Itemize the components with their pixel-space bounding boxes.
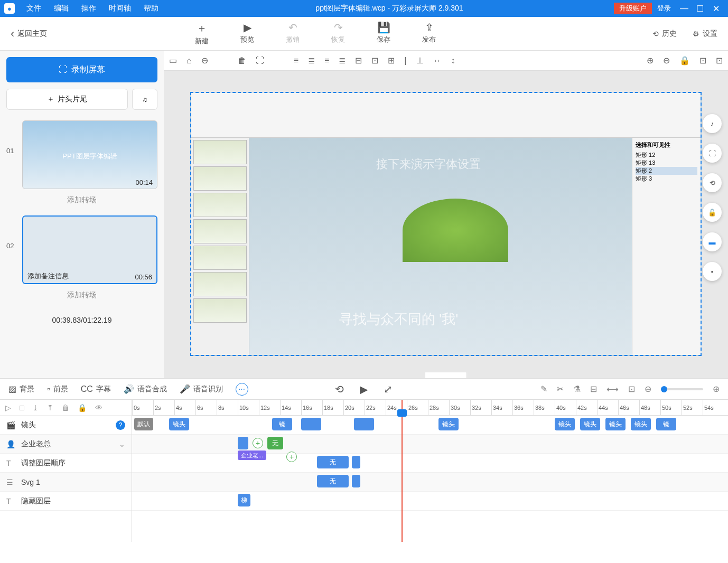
record-screen-button[interactable]: 录制屏幕 — [6, 57, 157, 82]
filter-icon[interactable]: ⚗ — [573, 384, 581, 394]
float-refresh-icon[interactable]: ⟲ — [703, 173, 722, 192]
menu-timeline[interactable]: 时间轴 — [102, 4, 137, 13]
tt-icon[interactable]: 👁 — [95, 404, 102, 412]
ct-align-icon[interactable]: ⊡ — [371, 55, 378, 65]
add-transition-1[interactable]: 添加转场 — [6, 195, 157, 205]
clip-shot[interactable]: 镜头 — [631, 418, 651, 430]
back-button[interactable]: 返回主页 — [11, 27, 47, 41]
scene-item-2[interactable]: 02 添加备注信息 00:56 — [6, 215, 157, 284]
clip-shot[interactable]: 镜头 — [605, 418, 626, 430]
ct-align-icon[interactable]: ⊥ — [416, 55, 424, 65]
preview-button[interactable]: ▶预览 — [240, 21, 254, 46]
zoom-in-icon[interactable]: ⊕ — [713, 384, 720, 394]
ct-zoomout-icon[interactable]: ⊖ — [663, 55, 670, 65]
clip-shot[interactable]: 镜头 — [555, 418, 575, 430]
clip-none[interactable]: 无 — [317, 475, 349, 487]
stretch-icon[interactable]: ⟷ — [606, 384, 619, 394]
help-icon[interactable]: ? — [116, 420, 125, 430]
tt-icon[interactable]: 🗑 — [62, 404, 69, 412]
settings-button[interactable]: ⚙设置 — [693, 29, 717, 39]
track-line-hide[interactable]: 梯 — [132, 492, 728, 511]
scene-thumbnail[interactable]: PPT图层字体编辑 00:14 — [22, 120, 157, 189]
edit-icon[interactable]: ✎ — [540, 384, 547, 394]
tab-background[interactable]: ▨背景 — [8, 384, 34, 394]
tt-icon[interactable]: 🔒 — [78, 404, 87, 412]
clip-shot[interactable]: 镜头 — [438, 418, 459, 430]
selection-item[interactable]: 矩形 2 — [636, 167, 697, 175]
selection-item[interactable]: 矩形 12 — [636, 151, 697, 159]
float-focus-icon[interactable]: ⛶ — [703, 144, 722, 163]
clip[interactable] — [352, 456, 360, 468]
upgrade-button[interactable]: 升级账户 — [614, 3, 652, 14]
menu-action[interactable]: 操作 — [75, 4, 102, 13]
canvas-content[interactable]: 接下来演示字体设置 寻找与众不同的 '我' 选择和可见性 矩形 12 矩形 13… — [190, 92, 702, 356]
ct-dist-icon[interactable]: ↔ — [433, 56, 442, 65]
new-button[interactable]: ＋新建 — [195, 21, 209, 46]
clip-none[interactable]: 无 — [317, 456, 349, 468]
menu-file[interactable]: 文件 — [20, 4, 48, 13]
play-button[interactable]: ▶ — [360, 383, 368, 396]
ct-dist-icon[interactable]: ↕ — [451, 56, 455, 65]
menu-edit[interactable]: 编辑 — [48, 4, 75, 13]
track-line-camera[interactable]: 默认 镜头 镜 镜头 镜头 镜头 镜头 镜头 镜 — [132, 416, 728, 435]
track-layer-order[interactable]: T调整图层顺序 — [0, 454, 132, 473]
clip-shot[interactable] — [354, 418, 374, 430]
clip[interactable] — [238, 437, 248, 449]
track-svg[interactable]: ☰Svg 1 — [0, 473, 132, 492]
ct-align-icon[interactable]: ≣ — [339, 55, 346, 65]
ct-paste-icon[interactable]: ⊡ — [716, 55, 723, 65]
maximize-button[interactable]: ☐ — [692, 4, 708, 14]
track-hide-layer[interactable]: T隐藏图层 — [0, 492, 132, 511]
tab-asr[interactable]: 🎤语音识别 — [180, 384, 223, 394]
clip-shot[interactable]: 镜头 — [169, 418, 189, 430]
collapse-handle[interactable]: ⌄ — [425, 372, 467, 378]
ct-rect-icon[interactable]: ▭ — [169, 55, 177, 65]
track-camera[interactable]: 🎬镜头? — [0, 416, 132, 435]
history-button[interactable]: ⟲历史 — [652, 29, 677, 39]
ct-focus-icon[interactable]: ⛶ — [256, 56, 264, 65]
tab-tts[interactable]: 🔊语音合成 — [124, 384, 167, 394]
close-button[interactable]: ✕ — [708, 4, 724, 14]
ct-align-icon[interactable]: ⊞ — [388, 55, 395, 65]
more-button[interactable]: ⋯ — [236, 383, 248, 396]
track-line-boss[interactable]: + 无 企业老... + — [132, 435, 728, 454]
ct-home-icon[interactable]: ⌂ — [186, 56, 192, 65]
redo-button[interactable]: ↷恢复 — [331, 21, 345, 46]
clip[interactable] — [352, 475, 360, 487]
clip-none[interactable]: 无 — [267, 437, 283, 449]
ct-align-icon[interactable]: ≡ — [294, 56, 298, 65]
clip-shot[interactable]: 镜头 — [580, 418, 600, 430]
clip-shot[interactable]: 镜 — [272, 418, 292, 430]
layout-icon[interactable]: ⊟ — [590, 384, 597, 394]
track-line-order[interactable]: 无 — [132, 454, 728, 473]
tt-icon[interactable]: ⤒ — [47, 404, 53, 412]
fit-icon[interactable]: ⊡ — [628, 384, 635, 394]
replay-button[interactable]: ⟲ — [335, 383, 344, 396]
undo-button[interactable]: ↶撤销 — [286, 21, 300, 46]
tab-subtitle[interactable]: CC字幕 — [81, 384, 111, 394]
add-transition-2[interactable]: 添加转场 — [6, 290, 157, 300]
ct-delete-icon[interactable]: 🗑 — [238, 56, 246, 65]
tracks-content[interactable]: 0s2s4s6s8s10s12s14s16s18s20s22s24s26s28s… — [132, 400, 728, 542]
float-music-icon[interactable]: ♪ — [703, 114, 722, 133]
scene-thumbnail[interactable]: 添加备注信息 00:56 — [22, 215, 157, 284]
playhead[interactable] — [402, 400, 403, 542]
ct-align-icon[interactable]: ≡ — [324, 56, 329, 65]
ct-align-icon[interactable]: ≣ — [308, 55, 315, 65]
selection-item[interactable]: 矩形 3 — [636, 175, 697, 183]
float-screen-icon[interactable]: ▬ — [703, 232, 722, 251]
float-unlock-icon[interactable]: 🔓 — [703, 203, 722, 222]
tt-icon[interactable]: ▷ — [5, 404, 11, 412]
tt-icon[interactable]: ⤓ — [32, 404, 39, 412]
ct-copy-icon[interactable]: ⊡ — [699, 55, 706, 65]
ct-align-icon[interactable]: | — [404, 56, 406, 65]
clip-default-shot[interactable]: 默认 — [134, 418, 153, 430]
minimize-button[interactable]: — — [676, 4, 692, 13]
menu-help[interactable]: 帮助 — [137, 4, 165, 13]
save-button[interactable]: 💾保存 — [377, 21, 390, 46]
login-button[interactable]: 登录 — [657, 4, 671, 13]
tab-foreground[interactable]: ▫前景 — [47, 384, 68, 394]
head-tail-button[interactable]: ＋片头片尾 — [6, 89, 128, 110]
fullscreen-button[interactable]: ⤢ — [384, 383, 393, 396]
audio-button[interactable] — [132, 89, 157, 110]
